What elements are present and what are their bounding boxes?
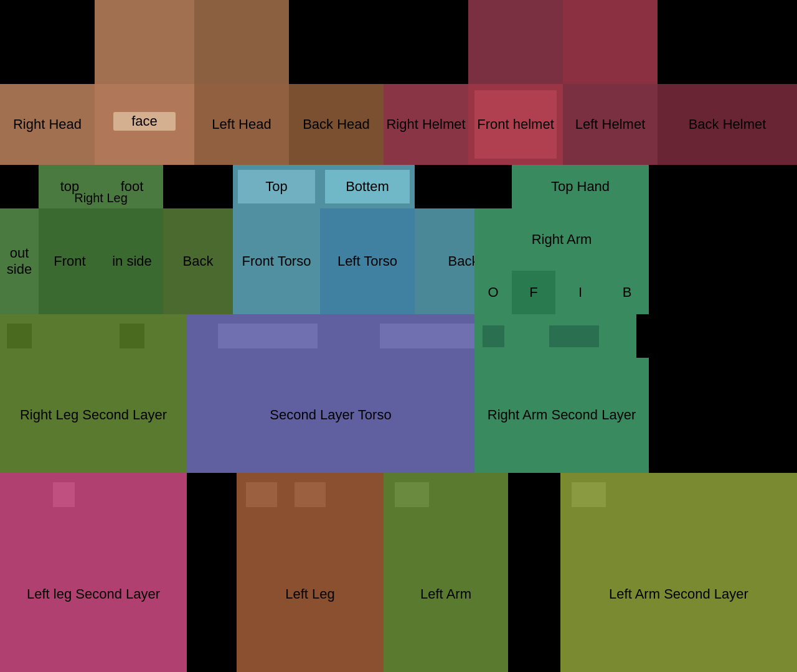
right-head[interactable]: Right Head	[0, 84, 95, 165]
left-arm-label: Left Arm	[420, 586, 471, 602]
left-arm-main[interactable]: Left Arm	[384, 516, 508, 672]
left-arm-spacer2	[440, 473, 508, 516]
right-helmet-label: Right Helmet	[386, 116, 465, 133]
front-helmet-label: Front helmet	[477, 116, 554, 133]
torso-top-label: Top	[265, 179, 287, 195]
left-leg-sl-label: Left leg Second Layer	[27, 586, 160, 602]
right-leg-front-label: Front	[54, 253, 85, 269]
top-of-head	[95, 0, 194, 84]
face[interactable]: face	[95, 84, 194, 165]
back-helmet-label: Back Helmet	[689, 116, 766, 133]
sl-spacer-right3	[163, 314, 187, 358]
sl-arm-top2	[512, 314, 636, 358]
black-bot-left	[187, 516, 237, 672]
left-arm-sl-spacer1	[560, 473, 616, 516]
black-bot-right	[508, 473, 560, 516]
right-leg-front[interactable]: Front	[39, 208, 101, 314]
left-leg-spacer1	[237, 473, 286, 516]
sl-spacer-right1	[39, 314, 101, 358]
arm-b-label: B	[623, 284, 632, 301]
arm-i[interactable]: I	[555, 271, 605, 314]
torso-bottom-label: Bottem	[346, 179, 389, 195]
sl-arm-top	[474, 314, 512, 358]
black-leg-mid2	[415, 165, 512, 208]
right-leg-outside-label: out side	[0, 245, 39, 278]
black-top-right	[658, 0, 797, 84]
sl-spacer-right2	[101, 314, 163, 358]
back-helmet[interactable]: Back Helmet	[658, 84, 797, 165]
left-arm-spacer1	[384, 473, 440, 516]
torso-bottom: Bottem	[320, 165, 415, 208]
left-leg-main[interactable]: Left Leg	[237, 516, 384, 672]
right-leg-sl-label: Right Leg Second Layer	[20, 407, 167, 423]
left-helmet-label: Left Helmet	[575, 116, 646, 133]
top-hand-label: Top Hand	[551, 179, 610, 195]
right-arm-label: Right Arm	[532, 231, 592, 248]
right-leg-sl[interactable]: Right Leg Second Layer	[0, 358, 187, 473]
black-arm-right2	[649, 208, 797, 314]
left-torso-label: Left Torso	[337, 253, 397, 269]
right-head-label: Right Head	[13, 116, 82, 133]
left-torso[interactable]: Left Torso	[320, 208, 415, 314]
right-arm-sl[interactable]: Right Arm Second Layer	[474, 358, 649, 473]
left-leg-sl-inner2	[81, 473, 187, 516]
sl-spacer-left	[0, 314, 39, 358]
right-helmet[interactable]: Right Helmet	[384, 84, 468, 165]
left-leg-sl-top	[0, 473, 47, 516]
black-leg-left	[0, 165, 39, 208]
right-arm-sl-label: Right Arm Second Layer	[488, 407, 636, 423]
right-leg-header-label: Right Leg	[74, 190, 128, 205]
arm-f-label: F	[529, 284, 537, 301]
left-leg-sl-main[interactable]: Left leg Second Layer	[0, 516, 187, 672]
second-layer-torso[interactable]: Second Layer Torso	[187, 358, 474, 473]
right-arm-main[interactable]: Right Arm	[474, 208, 649, 271]
left-arm-sl-spacer2	[616, 473, 797, 516]
right-leg-inside[interactable]: in side	[101, 208, 163, 314]
black-bot-right2	[508, 516, 560, 672]
left-helmet[interactable]: Left Helmet	[563, 84, 658, 165]
front-torso[interactable]: Front Torso	[233, 208, 320, 314]
arm-o[interactable]: O	[474, 271, 512, 314]
right-leg-outside[interactable]: out side	[0, 208, 39, 314]
right-leg-header: Right Leg	[39, 187, 163, 208]
front-helmet[interactable]: Front helmet	[468, 84, 563, 165]
right-leg-inside-label: in side	[112, 253, 152, 269]
sl-torso-top	[187, 314, 349, 358]
right-leg-back[interactable]: Back	[163, 208, 233, 314]
left-leg-spacer3	[333, 473, 384, 516]
bottom-helmet	[563, 0, 658, 84]
back-head-label: Back Head	[303, 116, 370, 133]
left-leg-spacer2	[286, 473, 333, 516]
left-head[interactable]: Left Head	[194, 84, 289, 165]
top-helmet	[468, 0, 563, 84]
arm-i-label: I	[578, 284, 582, 301]
left-leg-label: Left Leg	[285, 586, 335, 602]
arm-b[interactable]: B	[605, 271, 649, 314]
bottom-of-head	[194, 0, 289, 84]
front-torso-label: Front Torso	[242, 253, 311, 269]
sl-black-right	[649, 358, 797, 473]
left-leg-sl-inner1	[47, 473, 81, 516]
right-leg-back-label: Back	[183, 253, 214, 269]
black-bot-mid	[187, 473, 237, 516]
second-layer-torso-label: Second Layer Torso	[270, 407, 391, 423]
arm-f[interactable]: F	[512, 271, 555, 314]
black-top-mid	[289, 0, 468, 84]
black-arm-right	[649, 165, 797, 208]
black-top-left	[0, 0, 95, 84]
left-head-label: Left Head	[212, 116, 271, 133]
arm-o-label: O	[488, 284, 498, 301]
black-leg-mid1	[163, 165, 233, 208]
back-head[interactable]: Back Head	[289, 84, 384, 165]
torso-top: Top	[233, 165, 320, 208]
left-arm-sl-label: Left Arm Second Layer	[609, 586, 748, 602]
sl-arm-black	[649, 314, 797, 358]
skin-map: Right Head face Left Head Back Head Righ…	[0, 0, 797, 672]
left-arm-sl-main[interactable]: Left Arm Second Layer	[560, 516, 797, 672]
face-label: face	[131, 113, 158, 129]
top-hand: Top Hand	[512, 165, 649, 208]
